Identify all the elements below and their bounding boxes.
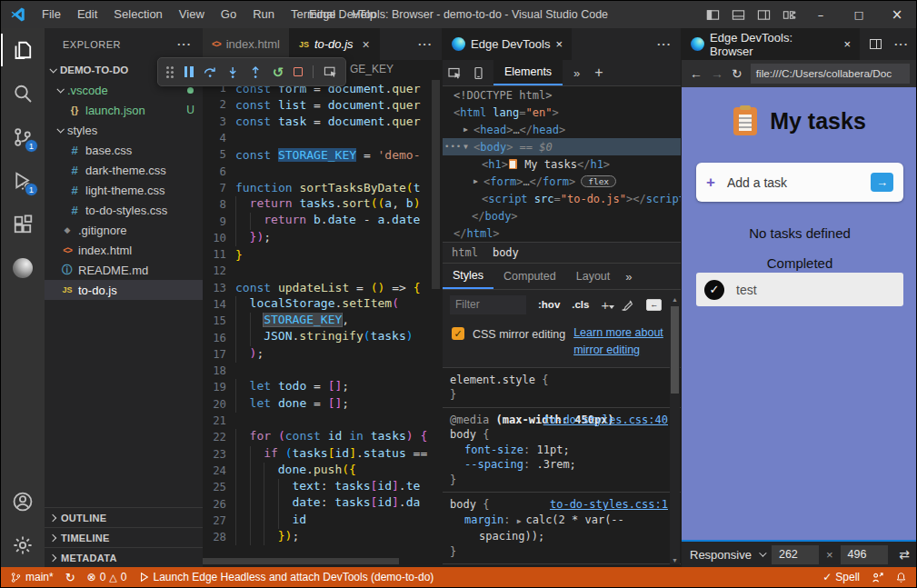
css-rule[interactable]: element.style {} (443, 367, 681, 407)
code-line[interactable]: 6 (203, 163, 442, 179)
code-line[interactable]: 13const updateList = () => { (203, 280, 442, 296)
devtools-tab[interactable]: Edge DevTools × (443, 28, 573, 60)
tree-item-dark-theme-css[interactable]: #dark-theme.css (45, 160, 203, 180)
code-line[interactable]: 21 (203, 413, 442, 429)
browser-more-icon[interactable]: ··· (894, 37, 909, 51)
menu-selection[interactable]: Selection (105, 7, 170, 21)
breadcrumb-body[interactable]: body (493, 246, 519, 259)
activity-extensions[interactable] (1, 203, 45, 246)
section-metadata[interactable]: METADATA (45, 547, 203, 567)
pick-color-icon[interactable]: ← (646, 299, 662, 311)
step-out-icon[interactable] (249, 65, 262, 79)
expander-right-icon[interactable]: ▶ (463, 125, 473, 134)
forward-icon[interactable]: → (711, 66, 723, 81)
tab-computed[interactable]: Computed (493, 264, 566, 289)
activity-settings[interactable] (1, 523, 45, 567)
code-line[interactable]: 8 return tasks.sort((a, b) (203, 196, 442, 213)
notifications-bell-icon[interactable] (895, 572, 907, 583)
explorer-more-icon[interactable]: ··· (177, 37, 192, 51)
toggle-panel-icon[interactable] (725, 1, 751, 28)
flex-badge[interactable]: flex (581, 175, 616, 187)
maximize-button[interactable]: □ (840, 1, 878, 28)
code-line[interactable]: 27 id (203, 513, 442, 529)
activity-source-control[interactable]: 1 (1, 115, 45, 159)
code-line[interactable]: 18 (203, 363, 442, 379)
code-line[interactable]: 7function sortTasksByDate(t (203, 180, 442, 196)
activity-run-debug[interactable]: 1 (1, 159, 45, 203)
code-line[interactable]: 3const task = document.quer (203, 114, 442, 130)
code-line[interactable]: 5const STORAGE_KEY = 'demo- (203, 146, 442, 163)
stylesheet-link[interactable]: to-do-styles.css:40 (543, 413, 668, 428)
brush-icon[interactable] (621, 298, 634, 312)
dom-node[interactable]: </body> (443, 207, 681, 224)
code-line[interactable]: 20 let done = []; (203, 396, 442, 413)
tree-item-to-do-styles-css[interactable]: #to-do-styles.css (45, 200, 203, 220)
split-editor-icon[interactable] (870, 39, 882, 49)
activity-search[interactable] (1, 72, 45, 115)
tree-item-readme-md[interactable]: ⓘREADME.md (45, 260, 203, 280)
css-rule[interactable]: @media (max-width: 450px)body {to-do-sty… (443, 407, 681, 493)
css-rules[interactable]: element.style {}@media (max-width: 450px… (443, 367, 681, 567)
tab-elements[interactable]: Elements (493, 60, 563, 85)
activity-explorer[interactable] (1, 28, 45, 72)
element-classes-button[interactable]: .cls (572, 299, 589, 310)
css-property[interactable]: margin: ▶ calc(2 * var(-- (450, 513, 672, 530)
drag-handle-icon[interactable] (166, 66, 169, 69)
dom-node[interactable]: <h1> My tasks</h1> (443, 155, 681, 173)
editor-more-icon[interactable]: ··· (418, 37, 433, 51)
tree-item-index-html[interactable]: <>index.html (45, 240, 203, 260)
menu-view[interactable]: View (171, 7, 213, 21)
scroll-down-icon[interactable]: ▼ (671, 557, 679, 563)
step-into-icon[interactable] (226, 65, 239, 79)
tab-to-do-js[interactable]: JSto-do.js× (290, 28, 380, 60)
rotate-viewport-icon[interactable]: ⇄ (899, 547, 910, 562)
viewport-width-input[interactable]: 262 (772, 545, 819, 564)
code-editor[interactable]: 1const form = document.quer2const list =… (203, 80, 442, 545)
tab-layout[interactable]: Layout (566, 264, 621, 289)
menu-run[interactable]: Run (244, 7, 283, 21)
code-line[interactable]: 23 if (tasks[id].status == (203, 446, 442, 463)
dom-node[interactable]: ▶<head>…</head> (443, 121, 681, 138)
reload-icon[interactable]: ↻ (732, 66, 743, 81)
add-task-input[interactable]: Add a task (727, 175, 787, 190)
toggle-sidebar-icon[interactable] (700, 1, 725, 28)
editor-vertical-scrollbar[interactable] (432, 80, 440, 289)
code-line[interactable]: 14 localStorage.setItem( (203, 296, 442, 313)
css-property[interactable]: --spacing: .3rem; (450, 457, 672, 473)
menu-go[interactable]: Go (213, 7, 244, 21)
back-icon[interactable]: ← (690, 66, 703, 81)
feedback-icon[interactable] (872, 572, 883, 583)
close-button[interactable]: × (878, 1, 916, 28)
browser-tab[interactable]: Edge DevTools: Browser × (682, 28, 861, 60)
code-line[interactable]: 16 JSON.stringify(tasks) (203, 329, 442, 345)
url-bar[interactable]: file:///C:/Users/collabera/Doc (751, 64, 910, 84)
expander-right-icon[interactable]: ▶ (473, 177, 483, 185)
code-line[interactable]: 19 let todo = []; (203, 379, 442, 395)
dom-node[interactable]: <!DOCTYPE html> (443, 86, 681, 104)
launch-config-button[interactable]: Launch Edge Headless and attach DevTools… (139, 571, 434, 583)
screencast-icon[interactable] (324, 65, 337, 79)
more-actions-dots[interactable]: ••• (444, 142, 462, 151)
tree-item--gitignore[interactable]: ◆.gitignore (45, 220, 203, 240)
pseudo-state-button[interactable]: :hov (538, 299, 560, 310)
device-emulation-icon[interactable] (466, 66, 490, 80)
css-rule[interactable]: body {to-do-styles.css:1margin: ▶ calc(2… (443, 492, 681, 563)
menu-edit[interactable]: Edit (69, 7, 105, 21)
code-line[interactable]: 9 return b.date - a.date (203, 213, 442, 229)
code-line[interactable]: 11} (203, 246, 442, 263)
spell-checker-status[interactable]: ✓ Spell (822, 571, 860, 583)
breadcrumb-html[interactable]: html (452, 246, 478, 259)
tree-item-to-do-js[interactable]: JSto-do.js (45, 280, 203, 300)
close-icon[interactable]: × (843, 37, 851, 51)
code-line[interactable]: 28 }); (203, 529, 442, 545)
tab-styles[interactable]: Styles (443, 264, 493, 289)
code-line[interactable]: 4 (203, 130, 442, 146)
dom-node[interactable]: •••▼<body> == $0 (443, 138, 681, 155)
close-icon[interactable]: × (555, 37, 563, 51)
code-line[interactable]: 10 }); (203, 230, 442, 246)
more-tabs-icon[interactable]: » (573, 66, 580, 80)
tree-item-launch-json[interactable]: {}launch.jsonU (45, 100, 203, 120)
devtools-more-icon[interactable]: ··· (657, 37, 672, 51)
mirror-learn-more-link[interactable]: Learn more about mirror editing (573, 324, 672, 360)
device-mode-select[interactable]: Responsive (690, 548, 752, 562)
